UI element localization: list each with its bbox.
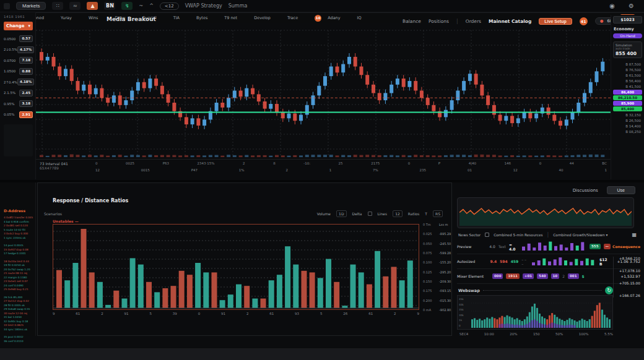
price-ticks: B 87,500B 76,500B 61,500B 56,400B 41,500… (613, 61, 642, 134)
ratios-x-tick: 93 (295, 312, 299, 315)
sidebar-row[interactable]: 2↓0.5%4.17% (4, 46, 33, 53)
price-tick: B 56,400 (613, 78, 642, 84)
live-setup-button[interactable]: Live Setup (539, 18, 572, 25)
price-scale[interactable]: $1023 Economy On-Hand Simulation auto tr… (611, 15, 644, 179)
ratios-bars-svg[interactable] (53, 224, 419, 312)
log-sidebar[interactable]: D-Address 4 0x8f2 transfer 0.0454 bal 0.… (0, 182, 36, 336)
caret-icon[interactable]: ^ (149, 3, 154, 9)
status-item[interactable]: T9 net (224, 15, 237, 20)
control-checkbox[interactable] (368, 212, 372, 216)
control-1d[interactable]: 1D (336, 210, 346, 217)
bird-icon[interactable]: ▲ (87, 2, 98, 10)
control-ratios[interactable]: Ratios (408, 212, 420, 216)
sidebar-row-badge: 0.88 (19, 68, 33, 75)
control-volume[interactable]: Volume (317, 212, 331, 216)
control-t[interactable]: T (425, 212, 427, 216)
waves-icon[interactable]: ≈ (69, 2, 80, 10)
row-badge: 1911 (506, 273, 519, 279)
control-lines[interactable]: Lines (378, 212, 388, 216)
grid-icon[interactable]: ▦ (632, 232, 637, 238)
status-item[interactable]: Wins (89, 15, 98, 20)
sidebar-row[interactable]: 0.07007.18 (4, 57, 33, 64)
price-highlight-purple[interactable]: 86,400 (613, 90, 642, 95)
legend-checkbox[interactable] (485, 233, 489, 237)
sparkline-chart[interactable] (459, 200, 632, 226)
price-highlight-green[interactable]: 86,210.50 (613, 95, 642, 100)
control-rs[interactable]: RS (433, 210, 443, 217)
time-tick: 2175 (371, 161, 380, 168)
subheader-link-positions[interactable]: Positions (429, 19, 449, 24)
sidebar-row[interactable]: 0.95%3.18 (4, 100, 33, 107)
webswap-chart-card[interactable]: 45k40k35k30k1k0 (457, 295, 613, 330)
bn-icon[interactable]: BN (104, 2, 115, 10)
sidebar-row[interactable]: 2.1.5%2.45 (4, 90, 33, 96)
control-12[interactable]: 12 (393, 210, 402, 217)
ratios-x-tick: 5 (320, 312, 323, 315)
change-button[interactable]: Change ▾ (4, 22, 33, 30)
webswap-y-tick: 40k (459, 303, 471, 306)
panel-row[interactable]: Preview4.0Text≈ 4.0555—Consequence (457, 239, 640, 254)
price-highlight-green[interactable]: 85,400 (613, 106, 642, 111)
strategy-label[interactable]: VWAP Strategy (185, 3, 222, 9)
ratios-y-value: Lss m (439, 223, 451, 226)
price-tick: B 14,400 (613, 123, 642, 129)
webswap-x-axis: SEC410:0020%15050%100%5.5% (459, 332, 613, 336)
subheader-link-orders[interactable]: Orders (466, 19, 481, 24)
price-highlight-purple[interactable]: 85,900 (613, 101, 642, 106)
sidebar-row[interactable]: 2↑0.4%4.18% (4, 79, 33, 85)
use-button[interactable]: Use (607, 186, 635, 194)
pattern-icon[interactable]: ∷ (52, 2, 63, 10)
timeframe-pill[interactable]: <12 (160, 2, 179, 10)
settings-icon[interactable]: ⚙ (625, 2, 638, 9)
row-mini-chart (532, 255, 596, 268)
alert-badge[interactable]: 41 (580, 17, 588, 25)
sidebar-row[interactable]: 0.05%2.91 (4, 111, 33, 118)
row-cell: 9.4 (490, 259, 497, 264)
control-delta[interactable]: Delta (352, 212, 362, 216)
webswap-x-tick: 100% (579, 332, 589, 336)
legend-growth-dropdown[interactable]: Combined Growth/Slowdown ▾ (553, 233, 607, 237)
accounts-icon[interactable]: ◉ (606, 2, 619, 9)
sidebar-row-label: 0.0700 (4, 59, 15, 62)
simulation-box[interactable]: Simulation auto trade 855 400 (613, 41, 642, 58)
status-item[interactable]: Yuray (61, 15, 72, 20)
status-item[interactable]: Trace (287, 15, 298, 20)
subheader-link-balance[interactable]: Balance (402, 19, 421, 24)
pulse-icon[interactable]: ↯ (121, 2, 133, 10)
legend-combined-resources[interactable]: Combined 5-min Resources (494, 233, 542, 237)
discussions-tab[interactable]: Discussions (573, 188, 598, 193)
candlestick-chart[interactable] (36, 27, 611, 158)
ratios-y-tick: 0.050 (423, 242, 432, 246)
time-axis[interactable]: 73 Interval 041 65X47789 00025P632343·15… (36, 159, 611, 179)
summa-label[interactable]: Summa (228, 3, 248, 9)
main-chart-area[interactable] (36, 27, 611, 158)
ratios-x-tick: 5 (149, 312, 152, 315)
row-cell: Text (498, 244, 506, 249)
scale-value-box[interactable]: $1023 (613, 16, 642, 24)
webswap-x-tick: 10:00 (484, 332, 494, 336)
ratios-controls: Volume1DDeltaLines12RatiosTRS (317, 210, 443, 217)
ratios-y-tick: 0 mA (423, 308, 432, 312)
legend-news-sector[interactable]: News Sector (458, 233, 481, 237)
status-badge[interactable]: 10 (315, 15, 321, 22)
status-item[interactable]: Adany (328, 15, 340, 20)
status-item[interactable]: Bytes (196, 15, 207, 20)
webswap-chart[interactable] (471, 297, 611, 328)
pill-item-0[interactable]: ● (600, 19, 604, 24)
status-item[interactable]: TIA (173, 15, 180, 20)
sparkline-card[interactable] (457, 197, 634, 228)
markets-button[interactable]: Markets (16, 2, 46, 10)
row-label: Preview (457, 244, 486, 249)
status-item[interactable]: Develop (254, 15, 271, 20)
row-cell: ≈ 4.0 (509, 242, 519, 251)
trading-app: Markets ∷ ≈ ▲ BN ↯ ~ ^ <12 VWAP Strategy… (0, 0, 644, 360)
ratios-y-tick: 0.125 (423, 270, 432, 274)
time-tick: P (438, 161, 440, 168)
refresh-icon[interactable]: ↻ (605, 286, 613, 294)
onhand-badge[interactable]: On-Hand (613, 33, 642, 38)
sidebar-row[interactable]: 1.05000.88 (4, 68, 33, 75)
ratios-bar-chart[interactable] (53, 224, 419, 314)
status-item[interactable]: IQ (357, 15, 362, 20)
tilde-icon[interactable]: ~ (139, 3, 143, 9)
sidebar-row[interactable]: 0.05000.57 (4, 35, 33, 42)
